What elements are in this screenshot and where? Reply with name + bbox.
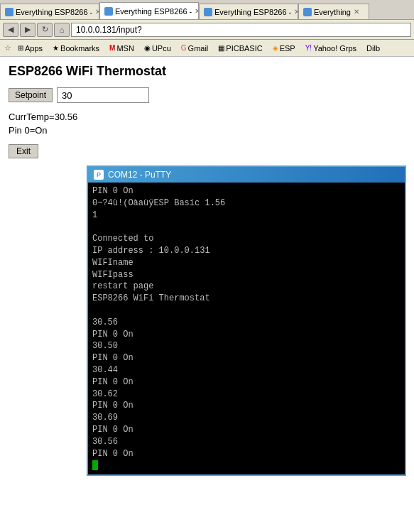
browser-tab-2[interactable]: Everything ESP8266 - ✕ xyxy=(99,2,199,19)
bookmark-apps-label: Apps xyxy=(25,44,43,53)
forward-button[interactable]: ▶ xyxy=(20,23,36,37)
bookmark-msn-label: MSN xyxy=(116,44,134,53)
tab1-favicon xyxy=(5,8,13,16)
tab2-favicon xyxy=(104,7,113,16)
putty-icon: P xyxy=(94,170,104,180)
bookmark-bookmarks[interactable]: ★ Bookmarks xyxy=(49,43,103,54)
browser-tab-3[interactable]: Everything ESP8266 - ✕ xyxy=(199,4,298,19)
browser-tab-4[interactable]: Everything ✕ xyxy=(298,4,369,19)
exit-button[interactable]: Exit xyxy=(9,144,38,158)
bookmark-apps[interactable]: ⊞ Apps xyxy=(14,43,46,54)
bookmarks-bar: ☆ ⊞ Apps ★ Bookmarks M MSN ◉ UPcu G Gmai… xyxy=(0,40,414,57)
home-button[interactable]: ⌂ xyxy=(54,23,70,37)
address-bar[interactable] xyxy=(71,23,411,37)
putty-terminal[interactable]: PIN 0 On 0~?4ù!(OàaùÿESP Basic 1.56 1 Co… xyxy=(88,183,405,474)
setpoint-label: Setpoint xyxy=(9,88,53,102)
bookmark-dilb-label: Dilb xyxy=(366,44,380,53)
tab2-close[interactable]: ✕ xyxy=(195,7,199,15)
putty-title: COM12 - PuTTY xyxy=(108,170,171,180)
tab2-label: Everything ESP8266 - xyxy=(115,7,192,16)
page-content: ESP8266 WiFi Thermostat Setpoint CurrTem… xyxy=(0,57,414,483)
tab4-close[interactable]: ✕ xyxy=(354,8,359,16)
back-button[interactable]: ◀ xyxy=(3,23,18,37)
bookmark-gmail[interactable]: G Gmail xyxy=(178,43,212,54)
upcu-icon: ◉ xyxy=(144,44,151,52)
bookmark-picbasic-label: PICBASIC xyxy=(226,44,262,53)
browser-tab-1[interactable]: Everything ESP8266 - ✕ xyxy=(0,4,99,19)
bookmark-upcu-label: UPcu xyxy=(152,44,171,53)
yahoo-icon: Y! xyxy=(305,44,312,52)
bookmark-yahoo[interactable]: Y! Yahoo! Grps xyxy=(302,43,360,54)
bookmark-gmail-label: Gmail xyxy=(188,44,209,53)
bookmark-upcu[interactable]: ◉ UPcu xyxy=(141,43,175,54)
picbasic-icon: ▦ xyxy=(218,44,224,52)
tab1-label: Everything ESP8266 - xyxy=(16,8,92,16)
nav-bar: ◀ ▶ ↻ ⌂ xyxy=(0,20,414,40)
setpoint-row: Setpoint xyxy=(9,87,405,103)
tab4-favicon xyxy=(303,8,312,16)
msn-icon: M xyxy=(109,44,115,52)
bookmark-esp[interactable]: ◈ ESP xyxy=(269,43,299,54)
browser-tabs: Everything ESP8266 - ✕ Everything ESP826… xyxy=(0,0,414,20)
tab3-label: Everything ESP8266 - xyxy=(214,8,291,16)
bookmark-esp-label: ESP xyxy=(280,44,295,53)
putty-window: P COM12 - PuTTY PIN 0 On 0~?4ù!(OàaùÿESP… xyxy=(87,165,406,476)
bookmark-dilb[interactable]: Dilb xyxy=(363,43,383,54)
star-icon: ★ xyxy=(53,44,59,52)
apps-icon: ⊞ xyxy=(18,44,23,52)
reload-button[interactable]: ↻ xyxy=(37,23,53,37)
terminal-cursor xyxy=(92,460,98,470)
esp-icon: ◈ xyxy=(273,44,278,52)
putty-title-bar: P COM12 - PuTTY xyxy=(88,167,405,183)
tab4-label: Everything xyxy=(314,8,351,16)
bookmark-yahoo-label: Yahoo! Grps xyxy=(313,44,356,53)
curr-temp-display: CurrTemp=30.56 xyxy=(9,112,405,122)
bookmark-picbasic[interactable]: ▦ PICBASIC xyxy=(214,43,266,54)
setpoint-input[interactable] xyxy=(57,87,149,103)
gmail-icon: G xyxy=(181,44,187,52)
bookmarks-icon: ☆ xyxy=(4,43,11,53)
pin-state-display: Pin 0=On xyxy=(9,125,405,136)
bookmark-bookmarks-label: Bookmarks xyxy=(60,44,99,53)
page-title: ESP8266 WiFi Thermostat xyxy=(9,64,405,79)
bookmark-msn[interactable]: M MSN xyxy=(106,43,138,54)
tab3-favicon xyxy=(204,8,212,16)
